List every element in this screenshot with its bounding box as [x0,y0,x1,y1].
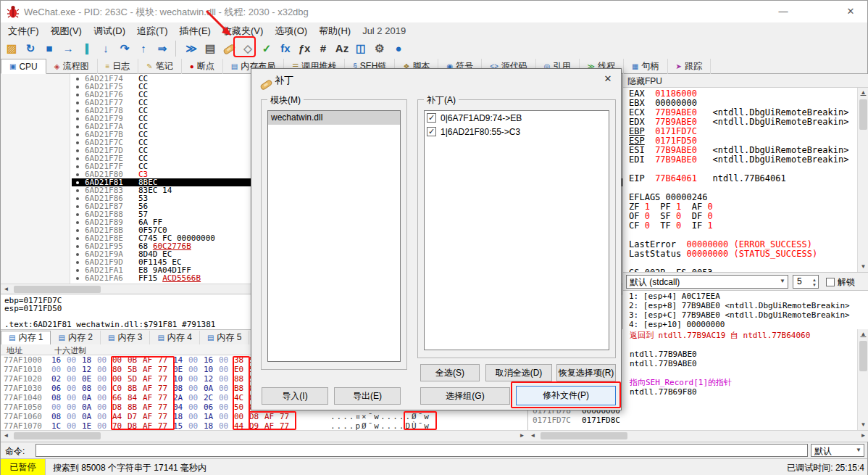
dump-tab-1[interactable]: ▤内存 1 [1,331,51,345]
menu-plugins[interactable]: 插件(E) [174,22,217,40]
dump-row[interactable]: 77AF106008000A00A4D7AF7718001A0000D8AF77… [1,412,527,421]
toolbar-restart-icon[interactable]: ↻ [22,40,39,57]
import-button[interactable]: 导入(I) [262,387,328,405]
toolbar-animate-icon[interactable]: ≫ [183,40,200,57]
toolbar-patch-icon[interactable] [220,40,238,57]
scroll-up-icon[interactable]: ▲ [858,329,868,339]
scroll-left-icon[interactable]: ◄ [1,431,12,442]
menu-view[interactable]: 视图(V) [45,22,88,40]
scroll-thumb[interactable] [14,286,101,293]
unlock-checkbox[interactable]: 解锁 [826,276,855,289]
tab-log[interactable]: ≡日志 [98,59,139,74]
spinner-up-icon[interactable]: ▲ [812,278,817,282]
command-profile-dropdown[interactable]: 默认 ▼ [811,444,864,457]
tab-trace[interactable]: ➤跟踪 [668,59,711,74]
hide-fpu-button[interactable]: 隐藏FPU [623,74,868,88]
scroll-up-icon[interactable]: ▲ [858,88,868,98]
menu-options[interactable]: 选项(O) [269,22,313,40]
dump-byte: 00 [219,355,234,365]
select-all-button[interactable]: 全选(S) [420,364,480,381]
toolbar-run-icon[interactable]: → [59,40,77,57]
restore-selected-button[interactable]: 恢复选择项(R) [556,364,616,381]
modules-list[interactable]: wechatwin.dll [267,110,401,362]
stack-vscrollbar[interactable]: ▲ ▼ [857,329,868,430]
pick-groups-button[interactable]: 选择组(G) [420,387,510,405]
dump-tab-4[interactable]: ▤内存 4 [150,331,199,345]
menu-help[interactable]: 帮助(H) [313,22,356,40]
checkbox-checked-icon[interactable]: ✓ [427,127,436,136]
argument-row[interactable]: 3: [esp+C] 77B9ABE0 <ntdll.DbgUiRemoteBr… [629,310,868,320]
dump-byte: 80 [112,365,128,374]
calling-convention-dropdown[interactable]: 默认 (stdcall) ▼ [626,275,788,289]
export-button[interactable]: 导出(E) [334,387,401,405]
scroll-left-icon[interactable]: ◄ [527,431,538,442]
menu-trace[interactable]: 追踪(T) [131,22,174,40]
dump-byte: 18 [82,355,97,365]
stack-row[interactable]: 0171FD7C0171FD8C [528,416,868,425]
scroll-down-icon[interactable]: ▼ [858,420,868,430]
dump-hscrollbar[interactable]: ◄ ► [1,430,527,442]
minimize-button[interactable]: — [767,1,800,22]
tab-label: 断点 [197,60,214,73]
argument-row[interactable]: 1: [esp+4] A0C17EEA [629,292,868,301]
register-row[interactable]: EIP 77B64061 ntdll.77B64061 [629,174,856,183]
dump-tab-2[interactable]: ▤内存 2 [51,331,100,345]
toolbar-favourites-icon[interactable]: ◇ [239,40,256,57]
scroll-down-icon[interactable]: ▼ [858,262,868,272]
argument-count-stepper[interactable]: 5 ▲ ▼ [793,275,819,289]
scroll-thumb[interactable] [14,432,101,439]
module-list-item[interactable]: wechatwin.dll [268,111,400,125]
toolbar-execute-till-return-icon[interactable]: ↑ [135,40,152,57]
tab-graph[interactable]: ◈流程图 [46,59,98,74]
dump-tab-5[interactable]: ▤内存 5 [200,331,249,345]
toolbar-fx-icon[interactable]: fx [277,40,294,57]
scroll-thumb[interactable] [541,432,627,439]
stack-hscrollbar[interactable]: ◄ ► [527,430,868,442]
toolbar-step-over-icon[interactable]: ↷ [116,40,133,57]
toolbar-log-window-icon[interactable]: ▤ [201,40,219,57]
toolbar-pause-icon[interactable]: ∥ [78,40,96,57]
registers-vscrollbar[interactable]: ▲ ▼ [857,88,868,272]
scroll-right-icon[interactable]: ► [517,431,527,442]
dump-tab-3[interactable]: ▤内存 3 [101,331,150,345]
toolbar-run-to-user-code-icon[interactable]: ⇒ [154,40,171,57]
spinner-down-icon[interactable]: ▼ [812,283,817,287]
argument-row[interactable]: 2: [esp+8] 77B9ABE0 <ntdll.DbgUiRemoteBr… [629,301,868,310]
tab-handles[interactable]: ▦句柄 [624,59,667,74]
toolbar-graph-window-icon[interactable]: ◫ [352,40,370,57]
toolbar-settings-icon[interactable]: ⚙ [371,40,388,57]
scroll-thumb[interactable] [859,341,867,371]
menu-favourites[interactable]: 收藏夹(V) [217,22,269,40]
checkbox-unchecked-icon[interactable] [826,278,835,286]
toolbar-open-file-icon[interactable]: ▨ [3,40,20,57]
command-input[interactable] [36,444,808,457]
checkbox-checked-icon[interactable]: ✓ [427,113,436,123]
dump-byte: AF [143,365,158,374]
dump-row[interactable]: 77AF10701C001E0070D8AF771500180044D9AF77… [1,421,527,430]
toolbar-hash-icon[interactable]: # [314,40,332,57]
toolbar-strings-icon[interactable]: Az [333,40,351,57]
toolbar-check-icon[interactable]: ✓ [258,40,275,57]
toolbar-step-into-icon[interactable]: ↓ [97,40,114,57]
tab-breakpoints[interactable]: ●断点 [182,59,223,74]
close-button[interactable]: ✕ [834,1,867,22]
deselect-all-button[interactable]: 取消全选(D) [485,364,552,381]
register-row[interactable]: EDI 77B9ABE0 <ntdll.DbgUiRemoteBreakin> [629,155,856,165]
toolbar-help-icon[interactable]: ● [390,40,407,57]
tab-cpu[interactable]: ▣CPU [1,59,46,74]
patch-list-item[interactable]: ✓1|6AD21F80:55->C3 [425,125,609,139]
dialog-close-icon[interactable]: ✕ [601,73,615,86]
instruction-dot-icon [76,117,79,120]
scroll-right-icon[interactable]: ► [858,431,868,442]
menu-debug[interactable]: 调试(D) [88,22,131,40]
patch-file-button[interactable]: 修补文件(P) [516,386,616,405]
menu-file[interactable]: 文件(F) [2,22,45,40]
toolbar-stop-icon[interactable]: ■ [41,40,58,57]
patch-list-item[interactable]: ✓0|6A7F1AD9:74->EB [425,111,609,125]
scroll-left-icon[interactable]: ◄ [1,284,12,294]
patches-list[interactable]: ✓0|6A7F1AD9:74->EB✓1|6AD21F80:55->C3 [424,110,609,350]
scroll-thumb[interactable] [859,99,867,130]
tab-notes[interactable]: ✎笔记 [138,59,181,74]
toolbar-assemble-icon[interactable]: ƒx [296,40,313,57]
argument-row[interactable]: 4: [esp+10] 00000000 [629,320,868,329]
